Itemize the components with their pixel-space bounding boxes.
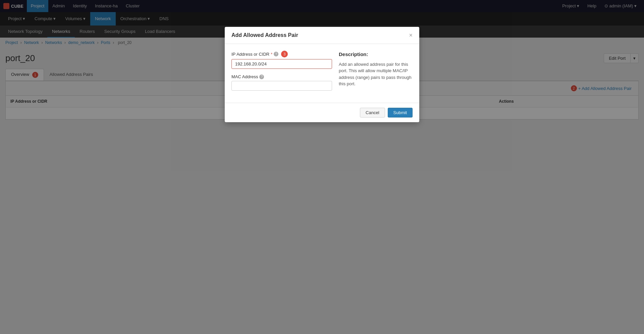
modal-close-button[interactable]: × [409,32,413,38]
mac-address-input[interactable] [231,81,332,91]
modal-title: Add Allowed Address Pair [231,32,298,38]
step-3-badge: 3 [281,51,288,57]
modal-body: IP Address or CIDR * ? 3 MAC Address ? [225,44,419,103]
ip-address-form-group: IP Address or CIDR * ? 3 [231,51,332,69]
modal-description: Description: Add an allowed address pair… [339,51,413,96]
mac-address-label: MAC Address ? [231,74,332,79]
cancel-button[interactable]: Cancel [360,108,385,117]
submit-button[interactable]: Submit [388,108,413,117]
required-indicator: * [271,52,272,57]
description-text: Add an allowed address pair for this por… [339,61,413,87]
modal-header: Add Allowed Address Pair × [225,27,419,44]
ip-help-icon[interactable]: ? [274,52,278,56]
description-title: Description: [339,51,413,58]
modal-form: IP Address or CIDR * ? 3 MAC Address ? [231,51,332,96]
mac-address-form-group: MAC Address ? [231,74,332,91]
mac-help-icon[interactable]: ? [259,75,264,79]
modal-overlay[interactable]: Add Allowed Address Pair × IP Address or… [0,0,644,334]
modal-footer: Cancel Submit [225,103,419,122]
modal-dialog: Add Allowed Address Pair × IP Address or… [225,27,419,122]
ip-address-label: IP Address or CIDR * ? 3 [231,51,332,57]
ip-address-input[interactable] [231,59,332,69]
